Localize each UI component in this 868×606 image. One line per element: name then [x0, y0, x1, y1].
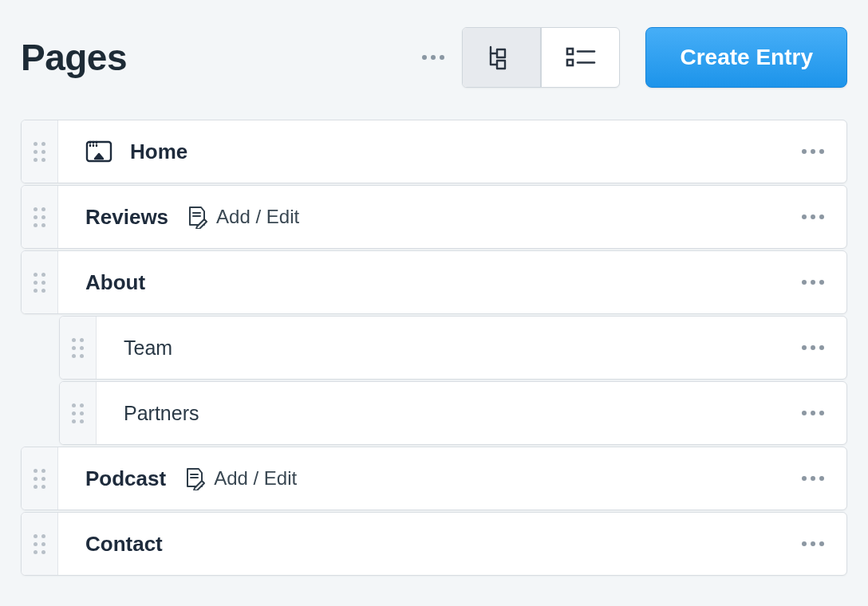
create-entry-label: Create Entry — [680, 45, 813, 70]
more-icon — [802, 476, 824, 481]
list-item-label: Contact — [85, 532, 163, 557]
drag-handle[interactable] — [22, 251, 58, 313]
drag-icon — [34, 534, 45, 554]
more-icon — [802, 541, 824, 546]
drag-handle[interactable] — [22, 120, 58, 183]
list-item-body[interactable]: About — [58, 270, 802, 295]
drag-handle[interactable] — [60, 382, 97, 444]
row-more-button[interactable] — [802, 149, 846, 154]
list-item-body[interactable]: Partners — [97, 402, 802, 425]
drag-icon — [34, 142, 45, 162]
document-edit-icon — [183, 466, 206, 490]
list-item-label: Podcast — [85, 466, 166, 491]
list-item-label: Reviews — [85, 205, 168, 230]
row-more-button[interactable] — [802, 411, 846, 415]
svg-rect-1 — [497, 61, 505, 69]
drag-icon — [72, 403, 84, 423]
drag-handle[interactable] — [22, 186, 58, 248]
more-icon — [802, 214, 824, 219]
list-item-label: Partners — [124, 402, 199, 425]
drag-handle[interactable] — [22, 513, 58, 575]
add-edit-label: Add / Edit — [214, 467, 297, 490]
add-edit-label: Add / Edit — [216, 206, 299, 228]
view-list-button[interactable] — [541, 28, 619, 87]
list-item-label: Home — [130, 140, 187, 164]
list-item: Partners — [59, 381, 847, 445]
home-page-icon — [85, 140, 112, 163]
row-more-button[interactable] — [802, 280, 846, 285]
drag-icon — [34, 273, 45, 293]
list-item: Contact — [21, 512, 847, 576]
view-tree-button[interactable] — [463, 28, 541, 87]
view-toggle — [462, 27, 620, 88]
more-icon — [802, 411, 824, 415]
drag-icon — [34, 207, 45, 227]
list-item-body[interactable]: Podcast Add / Edit — [58, 466, 802, 491]
list-item-body[interactable]: Home — [58, 140, 802, 164]
list-item: Reviews Add / Edit — [21, 185, 847, 249]
tree-icon — [486, 44, 518, 71]
row-more-button[interactable] — [802, 476, 846, 481]
drag-handle[interactable] — [22, 447, 58, 510]
more-icon — [802, 345, 824, 350]
list-item: Home — [21, 120, 847, 183]
drag-icon — [72, 338, 84, 358]
list-item: About — [21, 250, 847, 314]
list-item-body[interactable]: Team — [97, 336, 802, 360]
drag-handle[interactable] — [60, 317, 97, 379]
more-icon — [802, 149, 824, 154]
add-edit-link[interactable]: Add / Edit — [183, 466, 297, 490]
list-icon — [565, 45, 597, 69]
list-item-body[interactable]: Contact — [58, 532, 802, 557]
svg-rect-2 — [567, 49, 573, 54]
row-more-button[interactable] — [802, 345, 846, 350]
document-edit-icon — [186, 205, 208, 229]
page-title: Pages — [21, 36, 127, 79]
row-more-button[interactable] — [802, 214, 846, 219]
more-icon — [802, 280, 824, 285]
more-icon — [422, 55, 444, 60]
svg-rect-4 — [567, 60, 573, 65]
list-item-label: About — [85, 270, 145, 295]
list-item-body[interactable]: Reviews Add / Edit — [58, 205, 802, 230]
header-more-button[interactable] — [419, 43, 448, 72]
add-edit-link[interactable]: Add / Edit — [186, 205, 299, 229]
list-item: Podcast Add / Edit — [21, 447, 847, 510]
svg-rect-0 — [497, 49, 505, 57]
pages-list: Home Reviews — [21, 120, 847, 577]
page-header: Pages — [21, 19, 847, 88]
drag-icon — [34, 469, 45, 489]
list-item-label: Team — [124, 336, 172, 360]
list-item: Team — [59, 316, 847, 380]
row-more-button[interactable] — [802, 541, 846, 546]
create-entry-button[interactable]: Create Entry — [645, 27, 847, 88]
